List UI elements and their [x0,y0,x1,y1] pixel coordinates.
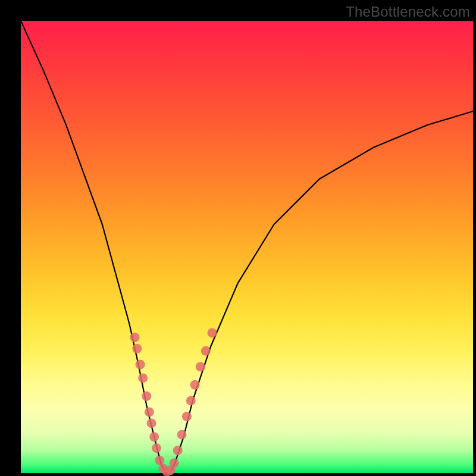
data-marker [130,333,140,342]
data-marker [132,344,142,353]
data-marker [149,432,159,441]
data-marker [155,456,164,465]
data-marker [208,328,217,337]
data-marker [182,412,192,421]
bottleneck-curve [21,21,473,473]
data-marker [196,362,205,371]
data-marker [177,430,187,439]
watermark-label: TheBottleneck.com [346,4,470,20]
data-marker [186,396,196,405]
data-marker [136,360,145,369]
data-marker [201,346,211,356]
data-marker [138,373,148,383]
data-marker [173,446,183,455]
plot-area [21,21,473,473]
data-marker [142,392,151,401]
data-marker [145,407,154,416]
data-marker [147,418,156,428]
data-marker [190,380,200,390]
data-marker [152,443,161,453]
chart-frame: TheBottleneck.com [0,0,476,476]
data-marker [170,458,179,468]
